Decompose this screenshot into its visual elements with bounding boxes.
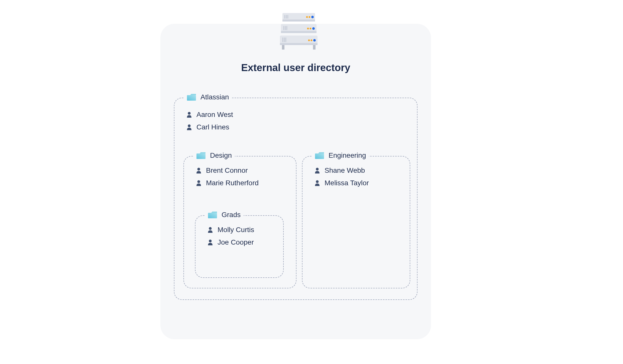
list-item: Joe Cooper xyxy=(207,238,278,246)
user-name: Shane Webb xyxy=(325,166,365,174)
group-label: Design xyxy=(210,151,232,159)
group-header: Grads xyxy=(204,211,244,219)
svg-rect-19 xyxy=(284,38,285,42)
svg-rect-17 xyxy=(280,43,318,45)
svg-rect-2 xyxy=(284,15,285,19)
list-item: Marie Rutherford xyxy=(196,179,291,187)
user-name: Melissa Taylor xyxy=(325,179,369,187)
user-name: Aaron West xyxy=(196,111,233,119)
svg-rect-24 xyxy=(282,45,284,50)
user-name: Carl Hines xyxy=(196,123,229,131)
user-name: Brent Connor xyxy=(206,166,248,174)
user-list: Aaron West Carl Hines xyxy=(174,98,417,134)
user-name: Marie Rutherford xyxy=(206,179,259,187)
svg-rect-4 xyxy=(287,15,288,19)
user-list: Brent Connor Marie Rutherford xyxy=(184,156,296,190)
svg-rect-25 xyxy=(313,45,316,50)
group-header: Engineering xyxy=(312,151,369,159)
svg-rect-3 xyxy=(286,15,287,19)
person-icon xyxy=(315,180,320,186)
user-list: Molly Curtis Joe Cooper xyxy=(195,216,283,249)
group-grads: Grads Molly Curtis Joe Cooper xyxy=(195,215,284,278)
group-header: Atlassian xyxy=(183,93,232,101)
list-item: Carl Hines xyxy=(186,123,412,131)
svg-rect-10 xyxy=(283,26,284,30)
group-label: Atlassian xyxy=(200,93,229,101)
folder-icon xyxy=(315,151,325,159)
server-icon xyxy=(280,12,318,53)
person-icon xyxy=(186,112,192,118)
svg-rect-12 xyxy=(286,26,287,30)
user-name: Molly Curtis xyxy=(218,226,254,234)
svg-point-5 xyxy=(306,16,308,18)
svg-point-14 xyxy=(310,28,312,30)
svg-point-15 xyxy=(312,27,315,30)
user-list: Shane Webb Melissa Taylor xyxy=(302,156,410,190)
svg-point-7 xyxy=(311,16,314,18)
user-name: Joe Cooper xyxy=(218,238,254,246)
page-title: External user directory xyxy=(160,62,431,73)
svg-rect-1 xyxy=(282,20,315,22)
list-item: Molly Curtis xyxy=(207,226,278,234)
folder-icon xyxy=(186,93,196,101)
person-icon xyxy=(207,239,213,245)
svg-rect-9 xyxy=(281,31,317,33)
svg-rect-20 xyxy=(285,38,286,42)
person-icon xyxy=(196,180,201,186)
svg-rect-18 xyxy=(282,38,283,42)
list-item: Aaron West xyxy=(186,111,412,119)
svg-point-21 xyxy=(308,40,310,41)
group-label: Engineering xyxy=(329,151,366,159)
svg-rect-11 xyxy=(285,26,286,30)
list-item: Shane Webb xyxy=(315,166,405,174)
list-item: Melissa Taylor xyxy=(315,179,405,187)
person-icon xyxy=(315,167,320,173)
person-icon xyxy=(207,227,213,233)
svg-point-13 xyxy=(307,28,309,30)
svg-point-23 xyxy=(313,39,316,42)
folder-icon xyxy=(207,211,218,219)
group-header: Design xyxy=(193,151,235,159)
group-engineering: Engineering Shane Webb Melissa Taylor xyxy=(302,156,410,288)
person-icon xyxy=(196,167,201,173)
group-label: Grads xyxy=(222,211,241,219)
list-item: Brent Connor xyxy=(196,166,291,174)
svg-point-6 xyxy=(309,16,310,18)
folder-icon xyxy=(196,151,206,159)
person-icon xyxy=(186,124,192,130)
svg-point-22 xyxy=(311,40,313,41)
